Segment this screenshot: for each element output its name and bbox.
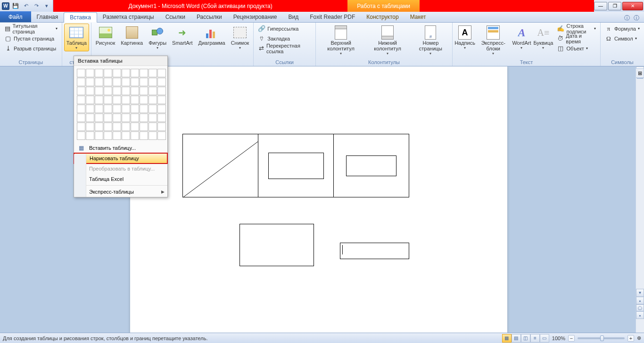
header-button[interactable]: Верхний колонтитул▾ bbox=[318, 24, 364, 57]
browse-object-button[interactable]: ◯ bbox=[636, 304, 644, 311]
tab-review[interactable]: Рецензирование bbox=[228, 12, 283, 22]
pagenum-button[interactable]: #Номер страницы▾ bbox=[411, 24, 450, 57]
cover-page-label: Титульная страница bbox=[12, 23, 53, 34]
equation-button[interactable]: πФормула ▾ bbox=[603, 24, 642, 33]
text-cursor bbox=[342, 245, 343, 254]
tab-layout-table[interactable]: Макет bbox=[405, 12, 432, 22]
vertical-scrollbar[interactable]: ▲ ▼ ⬥ ◯ ⬥ bbox=[636, 66, 644, 333]
screenshot-icon bbox=[232, 25, 248, 40]
zoom-thumb[interactable] bbox=[600, 335, 604, 341]
table-cell[interactable] bbox=[258, 134, 334, 197]
drawn-table-1[interactable] bbox=[182, 134, 409, 197]
minimize-button[interactable]: — bbox=[594, 2, 607, 10]
chevron-down-icon: ▾ bbox=[542, 46, 544, 50]
object-button[interactable]: ◫Объект ▾ bbox=[554, 43, 598, 53]
ribbon-help-icons: ⓘ ⓘ bbox=[624, 14, 644, 22]
dropcap-button[interactable]: A≡Буквица▾ bbox=[533, 24, 553, 51]
smartart-button[interactable]: SmartArt bbox=[170, 24, 195, 47]
crossref-button[interactable]: ⇄Перекрестная ссылка bbox=[256, 43, 314, 53]
drawn-box-3[interactable] bbox=[340, 243, 409, 259]
print-layout-view-button[interactable]: ▦ bbox=[502, 334, 512, 343]
chevron-right-icon: ▶ bbox=[161, 189, 165, 194]
textbox-label: Надпись bbox=[454, 40, 475, 46]
shapes-label: Фигуры bbox=[149, 40, 166, 46]
clipart-button[interactable]: Картинка bbox=[118, 24, 145, 47]
table-cell[interactable] bbox=[183, 134, 258, 197]
convert-table-item: ⇄Преобразовать в таблицу... bbox=[74, 163, 167, 174]
help-icon[interactable]: ⓘ bbox=[634, 14, 639, 22]
minimize-ribbon-icon[interactable]: ⓘ bbox=[624, 14, 630, 22]
zoom-label[interactable]: 100% bbox=[552, 335, 565, 341]
save-button[interactable]: 💾 bbox=[11, 2, 20, 10]
tab-home[interactable]: Главная bbox=[31, 12, 64, 22]
hyperlink-button[interactable]: 🔗Гиперссылка bbox=[256, 24, 314, 33]
next-page-button[interactable]: ⬥ bbox=[636, 311, 644, 319]
insert-table-label: Вставить таблицу... bbox=[89, 145, 136, 151]
drawn-box-2[interactable] bbox=[239, 224, 314, 266]
screenshot-button[interactable]: Снимок▾ bbox=[229, 24, 252, 51]
inner-box[interactable] bbox=[346, 155, 396, 176]
quick-tables-item[interactable]: ▤Экспресс-таблицы▶ bbox=[74, 187, 167, 197]
picture-button[interactable]: Рисунок bbox=[93, 24, 118, 47]
cover-page-button[interactable]: ▤Титульная страница ▾ bbox=[2, 24, 60, 33]
insert-table-item[interactable]: ▦Вставить таблицу... bbox=[74, 143, 167, 153]
bookmark-button[interactable]: ⍢Закладка bbox=[256, 33, 314, 43]
signature-line-button[interactable]: ✍Строка подписи ▾ bbox=[554, 24, 598, 33]
bookmark-icon: ⍢ bbox=[258, 35, 265, 42]
shapes-button[interactable]: Фигуры▾ bbox=[146, 24, 169, 51]
draft-view-button[interactable]: ▭ bbox=[540, 334, 549, 343]
prev-page-button[interactable]: ⬥ bbox=[636, 297, 644, 304]
restore-button[interactable]: ❐ bbox=[608, 2, 621, 10]
header-icon bbox=[333, 25, 348, 40]
tab-references[interactable]: Ссылки bbox=[160, 12, 191, 22]
web-view-button[interactable]: ◫ bbox=[521, 334, 530, 343]
crossref-icon: ⇄ bbox=[258, 45, 264, 52]
chart-button[interactable]: Диаграмма bbox=[196, 24, 227, 47]
table-button[interactable]: Таблица ▾ bbox=[64, 24, 89, 51]
tab-foxit[interactable]: Foxit Reader PDF bbox=[304, 12, 361, 22]
shapes-icon bbox=[150, 25, 165, 40]
tab-mailings[interactable]: Рассылки bbox=[191, 12, 228, 22]
redo-button[interactable]: ↷ bbox=[32, 2, 41, 10]
scroll-down-button[interactable]: ▼ bbox=[636, 289, 644, 297]
page[interactable] bbox=[130, 66, 507, 333]
ruler-toggle[interactable]: ⊞ bbox=[636, 68, 644, 78]
tab-constructor[interactable]: Конструктор bbox=[361, 12, 404, 22]
datetime-button[interactable]: ⏱Дата и время bbox=[554, 33, 598, 43]
picture-icon bbox=[98, 25, 113, 40]
zoom-slider[interactable] bbox=[578, 337, 625, 339]
blank-page-button[interactable]: ▢Пустая страница bbox=[2, 33, 60, 43]
tab-view[interactable]: Вид bbox=[282, 12, 304, 22]
ribbon-tabs: Файл Главная Вставка Разметка страницы С… bbox=[0, 12, 644, 23]
chevron-down-icon: ▾ bbox=[387, 51, 388, 56]
footer-button[interactable]: Нижний колонтитул▾ bbox=[365, 24, 410, 57]
zoom-out-button[interactable]: − bbox=[568, 335, 575, 342]
tab-page-layout[interactable]: Разметка страницы bbox=[97, 12, 160, 22]
quickparts-button[interactable]: Экспресс-блоки▾ bbox=[476, 24, 510, 57]
zoom-fit-button[interactable]: ⊕ bbox=[637, 335, 641, 341]
wordart-button[interactable]: AWordArt▾ bbox=[511, 24, 532, 51]
table-grid-picker[interactable] bbox=[74, 66, 167, 143]
draw-table-label: Нарисовать таблицу bbox=[90, 155, 139, 161]
qat-customize-button[interactable]: ▾ bbox=[42, 2, 51, 10]
tab-file[interactable]: Файл bbox=[0, 11, 31, 22]
wordart-icon: A bbox=[514, 25, 529, 40]
inner-box[interactable] bbox=[268, 153, 324, 179]
footer-label: Нижний колонтитул bbox=[367, 40, 407, 51]
window-title: Документ1 - Microsoft Word (Сбой активац… bbox=[53, 0, 347, 12]
table-cell[interactable] bbox=[334, 134, 409, 197]
undo-button[interactable]: ↶ bbox=[22, 2, 30, 10]
outline-view-button[interactable]: ≡ bbox=[530, 334, 540, 343]
page-break-button[interactable]: ⤓Разрыв страницы bbox=[2, 43, 60, 53]
draw-table-item[interactable]: ✎Нарисовать таблицу bbox=[74, 153, 167, 163]
blank-page-icon: ▢ bbox=[4, 35, 12, 42]
tab-insert[interactable]: Вставка bbox=[64, 12, 97, 23]
fullscreen-view-button[interactable]: ▤ bbox=[512, 334, 521, 343]
excel-table-item[interactable]: ⊞Таблица Excel bbox=[74, 174, 167, 184]
close-button[interactable]: ✕ bbox=[622, 2, 643, 10]
equation-icon: π bbox=[605, 25, 612, 33]
scroll-track[interactable] bbox=[636, 79, 644, 289]
textbox-button[interactable]: AНадпись▾ bbox=[454, 24, 475, 51]
symbol-button[interactable]: ΩСимвол ▾ bbox=[603, 33, 642, 43]
zoom-in-button[interactable]: + bbox=[627, 335, 634, 342]
